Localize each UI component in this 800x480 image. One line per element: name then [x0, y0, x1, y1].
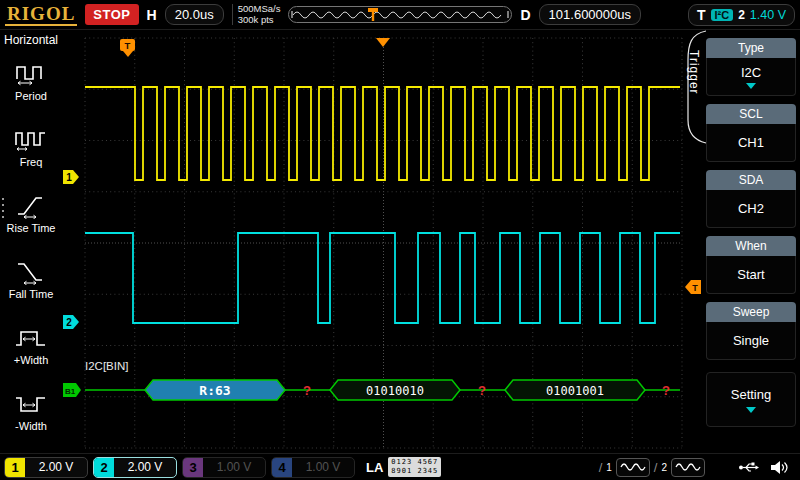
decode-address-text: R:63: [199, 383, 230, 398]
svg-text:B1: B1: [65, 387, 76, 396]
left-softkey-menu: Horizontal Period Freq Rise Time: [0, 30, 62, 453]
horizontal-label: H: [147, 7, 157, 23]
sda-source-button[interactable]: CH2: [706, 190, 796, 228]
period-icon: [14, 61, 48, 87]
delay-label: D: [520, 7, 530, 23]
menu-item-freq[interactable]: Freq: [0, 114, 62, 180]
setting-button[interactable]: Setting: [706, 372, 796, 427]
memory-depth: 300k pts: [238, 14, 274, 25]
menu-item-label: Period: [15, 90, 47, 102]
right-menu-panel: Trigger T Type I2C SCL CH1 SDA: [683, 30, 800, 453]
slot-divider: /: [599, 460, 603, 475]
channel-1-badge: 1: [5, 458, 25, 477]
trigger-type-value: I2C: [741, 65, 761, 80]
menu-item-label: Rise Time: [7, 222, 56, 234]
menu-item-neg-width[interactable]: -Width: [0, 378, 62, 444]
channel-1-scale: 2.00 V: [25, 460, 87, 474]
trigger-when-button[interactable]: Start: [706, 256, 796, 294]
slot-1-box[interactable]: [616, 458, 650, 477]
menu-item-pos-width[interactable]: +Width: [0, 312, 62, 378]
bottom-status-bar: 1 2.00 V 2 2.00 V 3 1.00 V 4 1.00 V LA 0…: [0, 453, 800, 480]
section-header: SCL: [706, 104, 796, 124]
la-label: LA: [366, 460, 383, 475]
timebase-readout: 20.0us: [165, 4, 224, 25]
ch2-sda-waveform: [85, 233, 680, 323]
channel-2-scale: 2.00 V: [114, 460, 176, 474]
rigol-logo: RIGOL: [5, 4, 77, 26]
section-scl-source: SCL CH1: [706, 104, 796, 162]
freq-icon: [14, 127, 48, 153]
menu-scroll-indicator: [2, 198, 4, 218]
decode-error-mark: ?: [478, 383, 486, 398]
channel-2-block[interactable]: 2 2.00 V: [93, 457, 177, 478]
chevron-down-icon: [746, 407, 756, 413]
sweep-mode-button[interactable]: Single: [706, 322, 796, 360]
slot-1-number: 1: [606, 462, 612, 473]
channel-3-badge: 3: [183, 458, 203, 477]
menu-item-label: Freq: [20, 156, 43, 168]
i2c-decode-bus: R:63 ? 01010010 ? 01001001 ?: [85, 380, 680, 400]
svg-text:T: T: [125, 40, 131, 51]
waveform-display: I2C[BIN] R:63 ? 01010010 ? 01001001 ? T: [62, 30, 683, 453]
menu-tab-trigger: Trigger: [687, 50, 701, 95]
trigger-source-readout: 2: [738, 8, 745, 22]
trigger-status-group: T I²C 2 1.40 V: [688, 4, 795, 26]
trigger-type-button[interactable]: I2C: [706, 58, 796, 96]
neg-width-icon: [14, 391, 48, 417]
section-sweep-mode: Sweep Single: [706, 302, 796, 360]
chevron-down-icon: [746, 83, 756, 89]
speaker-icon: [770, 460, 788, 475]
menu-item-rise-time[interactable]: Rise Time: [0, 180, 62, 246]
sine-wave-icon: [675, 460, 701, 474]
decode-bus-title: I2C[BIN]: [85, 360, 128, 372]
section-header: When: [706, 236, 796, 256]
source-slots: / 1 / 2: [599, 458, 705, 477]
usb-icon: [738, 461, 760, 474]
run-state-badge: STOP: [85, 4, 138, 25]
scl-source-button[interactable]: CH1: [706, 124, 796, 162]
channel-1-block[interactable]: 1 2.00 V: [4, 457, 88, 478]
section-sda-source: SDA CH2: [706, 170, 796, 228]
ch2-level-marker: 2: [63, 315, 79, 329]
top-status-bar: RIGOL STOP H 20.0us 500MSa/s 300k pts D …: [0, 0, 800, 30]
ch1-level-marker: 1: [63, 170, 79, 184]
la-digit-grid: 0123 4567 8901 2345: [388, 457, 441, 477]
system-icons: [738, 460, 788, 475]
bus1-marker: B1: [63, 383, 81, 397]
sweep-mode-value: Single: [733, 333, 769, 348]
decode-error-mark: ?: [303, 383, 311, 398]
fall-time-icon: [14, 259, 48, 285]
slot-2-number: 2: [661, 462, 667, 473]
softkey-column: Type I2C SCL CH1 SDA CH2 When: [706, 38, 796, 427]
trigger-label: T: [697, 7, 706, 23]
sample-rate: 500MSa/s: [238, 3, 281, 14]
trigger-when-value: Start: [737, 267, 764, 282]
oscilloscope-screen: RIGOL STOP H 20.0us 500MSa/s 300k pts D …: [0, 0, 800, 480]
logic-analyzer-status[interactable]: LA 0123 4567 8901 2345: [366, 457, 441, 477]
svg-text:2: 2: [66, 317, 72, 328]
svg-text:T: T: [692, 283, 698, 293]
section-header: Sweep: [706, 302, 796, 322]
delay-readout: 101.600000us: [539, 4, 641, 25]
channel-2-badge: 2: [94, 458, 114, 477]
menu-item-label: Fall Time: [9, 288, 54, 300]
decode-error-mark: ?: [662, 383, 670, 398]
channel-4-block[interactable]: 4 1.00 V: [271, 457, 355, 478]
section-trigger-when: When Start: [706, 236, 796, 294]
channel-4-badge: 4: [272, 458, 292, 477]
scl-source-value: CH1: [738, 135, 764, 150]
menu-item-period[interactable]: Period: [0, 48, 62, 114]
menu-item-label: +Width: [14, 354, 49, 366]
horizontal-position-bar[interactable]: [288, 6, 512, 23]
trigger-type-badge: I²C: [711, 9, 734, 21]
trigger-level-readout: 1.40 V: [750, 8, 786, 22]
section-trigger-type: Type I2C: [706, 38, 796, 96]
pos-width-icon: [14, 325, 48, 351]
setting-label: Setting: [731, 387, 771, 402]
posbar-trigger-marker[interactable]: [368, 8, 378, 21]
posbar-waveform-pattern: [293, 12, 501, 18]
menu-item-fall-time[interactable]: Fall Time: [0, 246, 62, 312]
channel-3-block[interactable]: 3 1.00 V: [182, 457, 266, 478]
svg-text:1: 1: [66, 172, 72, 183]
slot-2-box[interactable]: [671, 458, 705, 477]
